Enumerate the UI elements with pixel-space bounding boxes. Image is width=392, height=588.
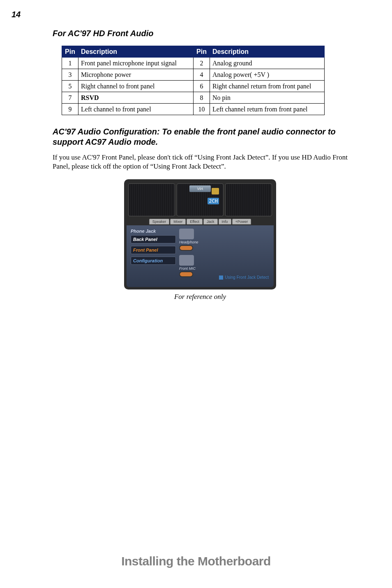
section-heading: For AC'97 HD Front Audio [53,29,348,38]
pin-cell: 3 [62,69,78,81]
mic-icon [179,255,194,266]
front-panel-button[interactable]: Front Panel [131,246,176,254]
figure-caption: For reference only [53,293,348,301]
desc-cell: Right channel to front panel [78,81,194,92]
figure-tabs: Speaker Mixer Effect Jack Info +Power [127,218,274,225]
audio-config-screenshot: VIA 2CH Speaker Mixer Effect Jack Info +… [124,179,276,289]
mic-jack-icon [179,271,193,277]
figure-top-right-panel [225,183,272,216]
desc-cell: No pin [210,92,325,104]
header-desc-2: Description [210,46,325,58]
figure-top-left-panel [128,183,175,216]
desc-cell: Left channel to front panel [78,104,194,115]
desc-cell: Front panel microphone input signal [78,58,194,69]
pin-cell: 9 [62,104,78,115]
desc-cell: RSVD [78,92,194,104]
configuration-button[interactable]: Configuration [131,257,176,265]
desc-cell: Right channel return from front panel [210,81,325,92]
pin-description-table: Pin Description Pin Description 1 Front … [62,46,325,115]
headphone-device: Headphone [179,229,270,251]
sub-heading: AC'97 Audio Configuration: To enable the… [53,127,348,147]
tab-speaker[interactable]: Speaker [149,219,170,225]
header-desc-1: Description [78,46,194,58]
table-row: 5 Right channel to front panel 6 Right c… [62,81,325,92]
pin-cell: 7 [62,92,78,104]
table-header-row: Pin Description Pin Description [62,46,325,58]
content-area: For AC'97 HD Front Audio Pin Description… [0,0,392,301]
header-pin-1: Pin [62,46,78,58]
channel-badge: 2CH [208,198,219,204]
desc-cell: Analog power( +5V ) [210,69,325,81]
front-mic-label: Front MIC [179,266,196,271]
body-paragraph: If you use AC'97 Front Panel, please don… [53,153,348,171]
headphone-icon [179,229,194,239]
table-row: 9 Left channel to front panel 10 Left ch… [62,104,325,115]
tab-mixer[interactable]: Mixer [170,219,186,225]
table-row: 7 RSVD 8 No pin [62,92,325,104]
tab-jack[interactable]: Jack [203,219,218,225]
pin-cell: 6 [194,81,210,92]
page-number: 14 [12,10,21,19]
headphone-label: Headphone [179,240,198,244]
pin-cell: 1 [62,58,78,69]
table-row: 1 Front panel microphone input signal 2 … [62,58,325,69]
footer-title: Installing the Motherboard [0,554,392,568]
desc-cell: Microphone power [78,69,194,81]
front-mic-device: Front MIC [179,255,270,277]
front-jack-detect-option[interactable]: Using Front Jack Detect [219,275,269,280]
desc-cell: Left channel return from front panel [210,104,325,115]
header-pin-2: Pin [194,46,210,58]
checkbox-icon[interactable] [219,275,223,280]
pin-cell: 2 [194,58,210,69]
pin-cell: 5 [62,81,78,92]
front-jack-detect-label: Using Front Jack Detect [225,275,269,280]
speaker-icon [212,188,219,194]
tab-power[interactable]: +Power [232,219,251,225]
desc-cell: Analog ground [210,58,325,69]
figure-top-mid-panel: VIA 2CH [177,183,224,216]
back-panel-button[interactable]: Back Panel [131,235,176,243]
phone-jack-label: Phone Jack [131,229,176,234]
via-logo: VIA [189,185,211,192]
pin-cell: 4 [194,69,210,81]
tab-effect[interactable]: Effect [187,219,203,225]
pin-cell: 10 [194,104,210,115]
pin-cell: 8 [194,92,210,104]
tab-info[interactable]: Info [219,219,231,225]
table-row: 3 Microphone power 4 Analog power( +5V ) [62,69,325,81]
headphone-jack-icon [179,245,193,251]
